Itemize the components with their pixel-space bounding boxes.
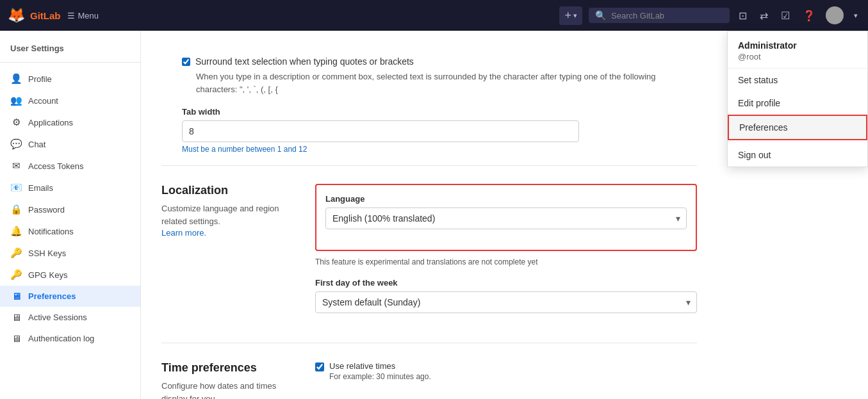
dropdown-user-name: Administrator — [738, 40, 857, 51]
tab-width-input[interactable] — [182, 120, 579, 142]
create-new-button[interactable]: + ▾ — [559, 6, 582, 25]
time-preferences-title: Time preferences — [161, 361, 290, 375]
sidebar-item-password[interactable]: 🔒 Password — [0, 199, 140, 220]
user-dropdown-menu: Administrator @root Set status Edit prof… — [727, 31, 868, 167]
sidebar-item-authentication-log[interactable]: 🖥 Authentication log — [0, 328, 140, 349]
sidebar-item-preferences[interactable]: 🖥 Preferences — [0, 286, 140, 307]
localization-desc: Customize language and region related se… — [161, 202, 290, 227]
sidebar-label-gpg-keys: GPG Keys — [28, 270, 67, 280]
sidebar-label-account: Account — [28, 96, 58, 106]
dropdown-sign-out[interactable]: Sign out — [728, 143, 867, 167]
surround-text-desc: When you type in a description or commen… — [196, 70, 676, 95]
applications-icon: ⚙ — [10, 117, 22, 128]
sidebar-label-emails: Emails — [28, 183, 53, 193]
time-preferences-section-left: Time preferences Configure how dates and… — [161, 361, 290, 399]
sidebar-label-password: Password — [28, 205, 65, 215]
sidebar-item-ssh-keys[interactable]: 🔑 SSH Keys — [0, 242, 140, 264]
preferences-page: Surround text selection when typing quot… — [141, 31, 717, 399]
sidebar-label-active-sessions: Active Sessions — [28, 313, 87, 322]
chevron-down-icon: ▾ — [573, 12, 577, 20]
password-icon: 🔒 — [10, 204, 22, 215]
language-label: Language — [325, 194, 687, 204]
dropdown-edit-profile[interactable]: Edit profile — [728, 92, 867, 115]
gitlab-fox-icon: 🦊 — [8, 7, 25, 24]
dropdown-divider — [728, 142, 867, 142]
language-experimental-note: This feature is experimental and transla… — [315, 257, 697, 266]
sidebar-header: User Settings — [0, 37, 140, 63]
menu-button[interactable]: ☰ Menu — [67, 11, 99, 20]
topnav: 🦊 GitLab ☰ Menu + ▾ 🔍 ⊡ ⇄ ☑ ❓ ▾ — [0, 0, 868, 31]
use-relative-times-row: Use relative times For example: 30 minut… — [315, 361, 697, 381]
sidebar-item-gpg-keys[interactable]: 🔑 GPG Keys — [0, 264, 140, 286]
gitlab-logo[interactable]: 🦊 GitLab — [8, 7, 61, 24]
dropdown-set-status[interactable]: Set status — [728, 69, 867, 92]
localization-title: Localization — [161, 184, 290, 197]
sidebar-label-preferences: Preferences — [28, 291, 76, 301]
use-relative-times-checkbox[interactable] — [315, 362, 324, 371]
authentication-log-icon: 🖥 — [10, 333, 22, 344]
sidebar-label-chat: Chat — [28, 140, 45, 149]
language-highlight-box: Language English (100% translated) Arabi… — [315, 184, 697, 251]
use-relative-times-label: Use relative times — [329, 361, 431, 371]
sidebar-item-active-sessions[interactable]: 🖥 Active Sessions — [0, 307, 140, 328]
gpg-keys-icon: 🔑 — [10, 269, 22, 281]
help-icon[interactable]: ❓ — [800, 7, 818, 24]
localization-learn-more[interactable]: Learn more. — [161, 228, 206, 238]
time-preferences-section-right: Use relative times For example: 30 minut… — [315, 361, 697, 399]
dropdown-username: @root — [738, 52, 857, 61]
avatar-chevron-icon[interactable]: ▾ — [851, 9, 860, 22]
tab-width-hint: Must be a number between 1 and 12 — [182, 145, 676, 154]
sidebar-label-access-tokens: Access Tokens — [28, 161, 83, 171]
sidebar-label-authentication-log: Authentication log — [28, 334, 94, 343]
sidebar-item-account[interactable]: 👥 Account — [0, 90, 140, 111]
sidebar-item-profile[interactable]: 👤 Profile — [0, 68, 140, 90]
sidebar-label-ssh-keys: SSH Keys — [28, 248, 66, 258]
sidebar-item-chat[interactable]: 💬 Chat — [0, 133, 140, 155]
sidebar-item-applications[interactable]: ⚙ Applications — [0, 111, 140, 133]
topnav-right-icons: ⊡ ⇄ ☑ ❓ ▾ — [736, 6, 860, 24]
sidebar-label-notifications: Notifications — [28, 227, 74, 236]
language-group: Language English (100% translated) Arabi… — [325, 194, 687, 229]
time-preferences-desc: Configure how dates and times display fo… — [161, 380, 290, 399]
localization-section-right: Language English (100% translated) Arabi… — [315, 184, 697, 325]
ssh-keys-icon: 🔑 — [10, 247, 22, 259]
sidebar-item-emails[interactable]: 📧 Emails — [0, 177, 140, 199]
dropdown-user-info: Administrator @root — [728, 31, 867, 69]
surround-text-section: Surround text selection when typing quot… — [161, 46, 697, 154]
todos-icon[interactable]: ☑ — [778, 7, 792, 24]
account-icon: 👥 — [10, 95, 22, 106]
search-input[interactable] — [611, 11, 723, 20]
gitlab-wordmark: GitLab — [30, 10, 61, 21]
sidebar-item-access-tokens[interactable]: ✉ Access Tokens — [0, 155, 140, 177]
emails-icon: 📧 — [10, 182, 22, 193]
first-day-select-wrap: System default (Sunday) Sunday Monday Sa… — [315, 291, 697, 313]
use-relative-times-example: For example: 30 minutes ago. — [329, 372, 431, 381]
sidebar-label-applications: Applications — [28, 118, 73, 127]
search-icon: 🔍 — [595, 10, 606, 20]
dropdown-preferences[interactable]: Preferences — [728, 115, 867, 140]
first-day-label: First day of the week — [315, 278, 697, 288]
hamburger-icon: ☰ — [67, 11, 75, 20]
first-day-select[interactable]: System default (Sunday) Sunday Monday Sa… — [315, 291, 697, 313]
tab-width-group: Tab width Must be a number between 1 and… — [182, 107, 676, 154]
first-day-group: First day of the week System default (Su… — [315, 278, 697, 313]
sidebar-item-notifications[interactable]: 🔔 Notifications — [0, 220, 140, 242]
merge-requests-icon[interactable]: ⇄ — [757, 7, 771, 24]
notifications-icon: 🔔 — [10, 225, 22, 237]
sidebar: User Settings 👤 Profile 👥 Account ⚙ Appl… — [0, 31, 141, 399]
chat-icon: 💬 — [10, 138, 22, 150]
localization-section: Localization Customize language and regi… — [161, 165, 697, 343]
profile-icon: 👤 — [10, 73, 22, 85]
tab-width-label: Tab width — [182, 107, 676, 117]
search-bar[interactable]: 🔍 — [589, 8, 730, 23]
time-preferences-section: Time preferences Configure how dates and… — [161, 343, 697, 399]
active-sessions-icon: 🖥 — [10, 312, 22, 323]
user-avatar[interactable] — [826, 6, 844, 24]
sidebar-label-profile: Profile — [28, 74, 52, 84]
preferences-icon: 🖥 — [10, 291, 22, 302]
code-review-icon[interactable]: ⊡ — [736, 7, 749, 24]
surround-text-checkbox[interactable] — [182, 58, 190, 66]
localization-section-left: Localization Customize language and regi… — [161, 184, 290, 325]
language-select[interactable]: English (100% translated) Arabic Chinese… — [325, 208, 687, 229]
access-tokens-icon: ✉ — [10, 160, 22, 172]
